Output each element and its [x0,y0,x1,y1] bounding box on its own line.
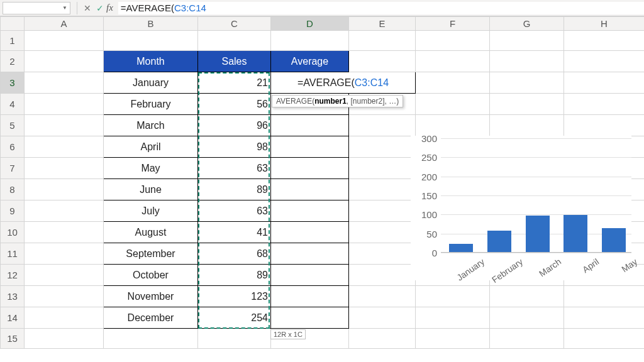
cell-month[interactable]: October [104,265,198,286]
cell[interactable] [349,31,416,51]
cell[interactable] [416,286,490,307]
cell[interactable] [104,31,198,51]
cell[interactable] [198,31,271,51]
cell-sales[interactable]: 41 [198,222,271,243]
cell-sales[interactable]: 98 [198,136,271,158]
cell[interactable] [25,115,104,136]
table-header-sales[interactable]: Sales [198,51,271,72]
row-header[interactable]: 13 [1,286,25,307]
col-header[interactable]: H [564,17,645,31]
cell-formula-editing[interactable]: =AVERAGE(C3:C14 [271,72,416,94]
cell[interactable] [271,136,349,158]
cell[interactable] [490,51,564,72]
cell-sales[interactable]: 63 [198,200,271,222]
cell[interactable] [271,286,349,307]
col-header[interactable]: B [104,17,198,31]
row-header[interactable]: 10 [1,222,25,243]
cell-sales[interactable]: 254 [198,307,271,329]
cell[interactable] [349,179,416,200]
cell[interactable] [25,265,104,286]
row-header[interactable]: 1 [1,31,25,51]
cell[interactable] [271,158,349,179]
cell[interactable] [104,329,198,349]
cell[interactable] [271,307,349,329]
cell[interactable] [416,51,490,72]
fx-icon[interactable]: fx [106,3,113,13]
row-header[interactable]: 7 [1,158,25,179]
cancel-formula-button[interactable]: ✕ [81,3,94,13]
cell[interactable] [490,329,564,349]
cell[interactable] [349,307,416,329]
col-header[interactable]: F [416,17,490,31]
cell[interactable] [490,307,564,329]
cell[interactable] [25,179,104,200]
cell[interactable] [349,158,416,179]
accept-formula-button[interactable]: ✓ [94,3,106,13]
cell[interactable] [271,265,349,286]
select-all-corner[interactable] [1,17,25,31]
cell-sales[interactable]: 63 [198,158,271,179]
cell[interactable] [349,222,416,243]
cell[interactable] [564,307,645,329]
cell[interactable] [564,72,645,94]
cell-month[interactable]: November [104,286,198,307]
cell-sales[interactable]: 68 [198,243,271,265]
cell[interactable] [25,222,104,243]
col-header[interactable]: C [198,17,271,31]
cell[interactable] [25,286,104,307]
col-header[interactable]: A [25,17,104,31]
row-header[interactable]: 2 [1,51,25,72]
cell[interactable] [271,115,349,136]
row-header[interactable]: 3 [1,72,25,94]
cell[interactable] [349,329,416,349]
cell[interactable] [25,136,104,158]
cell-sales[interactable]: 89 [198,265,271,286]
cell[interactable] [349,286,416,307]
cell-month[interactable]: August [104,222,198,243]
col-header[interactable]: D [271,17,349,31]
row-header[interactable]: 8 [1,179,25,200]
cell-sales[interactable]: 21 [198,72,271,94]
cell-sales[interactable]: 123 [198,286,271,307]
formula-input[interactable]: =AVERAGE(C3:C14 [118,2,644,14]
cell-sales[interactable]: 89 [198,179,271,200]
cell[interactable] [416,329,490,349]
cell[interactable] [564,94,645,115]
row-header[interactable]: 15 [1,329,25,349]
cell-month[interactable]: January [104,72,198,94]
row-header[interactable]: 14 [1,307,25,329]
cell-month[interactable]: September [104,243,198,265]
cell[interactable] [349,265,416,286]
cell[interactable] [25,307,104,329]
row-header[interactable]: 9 [1,200,25,222]
cell[interactable] [25,51,104,72]
spreadsheet-grid[interactable]: A B C D E F G H 1 2 Month Sales Average … [0,16,644,349]
cell[interactable] [271,222,349,243]
cell[interactable] [349,136,416,158]
cell-month[interactable]: July [104,200,198,222]
cell[interactable] [349,243,416,265]
cell-month[interactable]: March [104,115,198,136]
cell[interactable] [271,31,349,51]
cell[interactable] [490,72,564,94]
cell[interactable] [416,94,490,115]
cell[interactable] [198,329,271,349]
cell-sales[interactable]: 96 [198,115,271,136]
cell[interactable] [25,329,104,349]
cell[interactable] [490,115,564,136]
cell[interactable] [271,243,349,265]
cell[interactable] [271,200,349,222]
table-header-average[interactable]: Average [271,51,349,72]
cell[interactable] [490,31,564,51]
cell[interactable] [349,115,416,136]
col-header[interactable]: G [490,17,564,31]
cell[interactable] [349,51,416,72]
cell[interactable] [490,94,564,115]
sales-bar-chart[interactable]: 050100150200250300JanuaryFebruaryMarchAp… [411,136,631,280]
cell-month[interactable]: December [104,307,198,329]
cell[interactable] [564,31,645,51]
cell[interactable] [25,200,104,222]
cell[interactable] [564,51,645,72]
cell[interactable] [349,200,416,222]
cell[interactable] [416,31,490,51]
